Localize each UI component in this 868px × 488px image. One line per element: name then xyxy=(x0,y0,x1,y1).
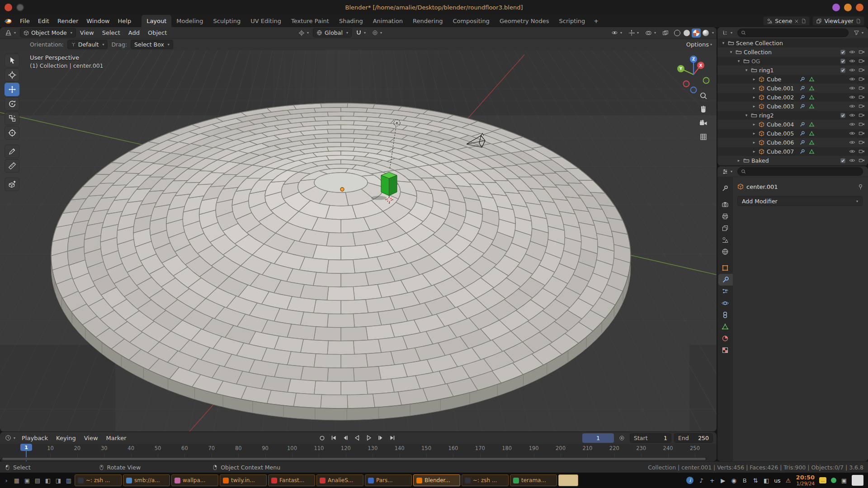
properties-tab-texture[interactable] xyxy=(717,344,733,356)
properties-tab-world[interactable] xyxy=(717,246,733,258)
toggle-eye[interactable] xyxy=(849,103,855,109)
tray-info-icon[interactable]: i xyxy=(686,477,693,484)
timeline-menu-playback[interactable]: Playback xyxy=(18,432,52,444)
expand-arrow[interactable]: ▸ xyxy=(751,140,757,145)
outliner-row-cube-004[interactable]: ▸Cube.004 xyxy=(717,120,868,129)
app-icon[interactable] xyxy=(5,4,12,11)
toggle-camera[interactable] xyxy=(859,76,865,82)
properties-tab-constraints[interactable] xyxy=(717,309,733,321)
workspace-tab-rendering[interactable]: Rendering xyxy=(408,15,448,27)
frame-start-field[interactable]: Start1 xyxy=(630,433,671,443)
outliner-row-cube-007[interactable]: ▸Cube.007 xyxy=(717,147,868,156)
expand-arrow[interactable]: ▸ xyxy=(736,158,742,163)
workspace-tab-modeling[interactable]: Modeling xyxy=(171,15,208,27)
tool-measure[interactable] xyxy=(5,159,19,173)
workspace-tab-geometry-nodes[interactable]: Geometry Nodes xyxy=(495,15,554,27)
properties-tab-render[interactable] xyxy=(717,199,733,211)
jump-to-end-button[interactable] xyxy=(387,433,398,442)
window-settings-icon[interactable] xyxy=(16,4,24,11)
window-close-button[interactable] xyxy=(856,4,863,11)
toggle-checkbox[interactable] xyxy=(840,67,846,73)
toggle-camera[interactable] xyxy=(859,85,865,91)
orientation-dropdown[interactable]: Default ▾ xyxy=(67,40,108,49)
outliner-row-cube-002[interactable]: ▸Cube.002 xyxy=(717,93,868,102)
pin-icon[interactable] xyxy=(858,184,863,190)
expand-arrow[interactable]: ▾ xyxy=(736,59,742,63)
taskbar-launcher-terminal-icon[interactable]: ▣ xyxy=(23,475,32,485)
tool-scale[interactable] xyxy=(5,112,19,125)
taskbar-tray-player[interactable]: ▶ xyxy=(720,477,726,484)
toggle-checkbox[interactable] xyxy=(840,112,846,118)
toggle-eye[interactable] xyxy=(849,67,855,73)
workspace-tab-uv-editing[interactable]: UV Editing xyxy=(245,15,286,27)
viewport-menu-view[interactable]: View xyxy=(76,27,98,38)
toggle-camera[interactable] xyxy=(859,94,865,100)
transform-orientation-selector[interactable]: Global ▾ xyxy=(313,28,352,38)
timeline-editor-type-button[interactable]: ▾ xyxy=(3,433,18,443)
xray-toggle[interactable] xyxy=(660,28,671,38)
taskbar-tray-bluetooth[interactable]: B xyxy=(741,477,748,484)
tray-grid-icon[interactable]: ▣ xyxy=(841,477,847,484)
tool-transform[interactable] xyxy=(5,126,19,140)
taskbar-launcher-editor-icon[interactable]: ◧ xyxy=(43,475,52,485)
properties-tab-output[interactable] xyxy=(717,211,733,222)
playhead-frame-label[interactable]: 1 xyxy=(20,444,32,451)
expand-arrow[interactable]: ▾ xyxy=(743,113,750,117)
viewport-3d[interactable]: XYZ User Perspective (1) Collection | ce… xyxy=(0,50,717,432)
toggle-eye[interactable] xyxy=(849,58,855,64)
shading-dropdown-caret[interactable]: ▾ xyxy=(712,31,714,35)
toggle-camera[interactable] xyxy=(859,67,865,73)
toggle-checkbox[interactable] xyxy=(840,58,846,64)
tray-status-dot[interactable] xyxy=(831,478,836,483)
taskbar-window-terama[interactable]: terama... xyxy=(510,474,557,486)
properties-tab-physics[interactable] xyxy=(717,297,733,309)
taskbar-tray-record[interactable]: ◉ xyxy=(731,477,737,484)
scene-selector[interactable]: Scene xyxy=(763,16,810,26)
taskbar-launcher-apps-icon[interactable]: ▥ xyxy=(64,475,73,485)
properties-editor-type-button[interactable]: ▾ xyxy=(720,167,735,177)
workspace-tab-sculpting[interactable]: Sculpting xyxy=(208,15,245,27)
proportional-edit-button[interactable]: ▾ xyxy=(370,28,384,38)
menu-file[interactable]: File xyxy=(16,15,34,27)
taskbar-window-twily-in[interactable]: twily.in... xyxy=(220,474,267,486)
menu-help[interactable]: Help xyxy=(114,15,136,27)
keyboard-layout-indicator[interactable]: us xyxy=(774,477,780,484)
toggle-camera[interactable] xyxy=(859,112,865,118)
properties-search-input[interactable] xyxy=(737,167,863,176)
toggle-eye[interactable] xyxy=(849,76,855,82)
outliner-row-cube[interactable]: ▸Cube xyxy=(717,75,868,84)
timeline-scrollbar[interactable] xyxy=(1,457,707,460)
workspace-tab-shading[interactable]: Shading xyxy=(334,15,368,27)
properties-tab-modifiers[interactable] xyxy=(718,274,733,286)
object-visibility-button[interactable]: ▾ xyxy=(609,28,624,38)
expand-arrow[interactable]: ▾ xyxy=(720,41,726,45)
toggle-camera[interactable] xyxy=(859,157,865,164)
add-modifier-button[interactable]: Add Modifier ▾ xyxy=(737,196,863,206)
snapping-button[interactable]: ▾ xyxy=(354,28,368,38)
taskbar-window-blender[interactable]: Blender... xyxy=(413,474,460,486)
jump-to-start-button[interactable] xyxy=(328,433,339,442)
blender-logo-icon[interactable] xyxy=(0,15,16,27)
timeline-menu-marker[interactable]: Marker xyxy=(102,432,131,444)
taskbar-show-desktop-icon[interactable]: › xyxy=(2,475,11,485)
outliner-search-input[interactable] xyxy=(737,28,849,37)
toggle-eye[interactable] xyxy=(849,112,855,118)
mode-selector[interactable]: Object Mode ▾ xyxy=(20,28,76,38)
play-button[interactable] xyxy=(363,433,374,442)
outliner-row-cube-001[interactable]: ▸Cube.001 xyxy=(717,84,868,93)
window-maximize-button[interactable] xyxy=(844,4,852,11)
toggle-camera[interactable] xyxy=(859,139,865,145)
record-button[interactable] xyxy=(316,433,327,442)
toggle-eye[interactable] xyxy=(849,139,855,145)
taskbar-window-zsh[interactable]: ~: zsh ... xyxy=(75,474,122,486)
tool-tweak-select[interactable] xyxy=(5,54,19,67)
unlink-scene-icon[interactable] xyxy=(794,19,799,23)
taskbar-tray-clipboard[interactable]: + xyxy=(709,477,715,484)
properties-tab-particles[interactable] xyxy=(717,286,733,297)
outliner-editor-type-button[interactable]: ▾ xyxy=(720,28,735,38)
outliner-row-baked[interactable]: ▸Baked xyxy=(717,156,868,165)
toggle-camera[interactable] xyxy=(859,130,865,136)
overlays-button[interactable]: ▾ xyxy=(643,28,658,38)
jump-to-prev-keyframe-button[interactable] xyxy=(340,433,351,442)
toggle-checkbox[interactable] xyxy=(840,49,846,55)
